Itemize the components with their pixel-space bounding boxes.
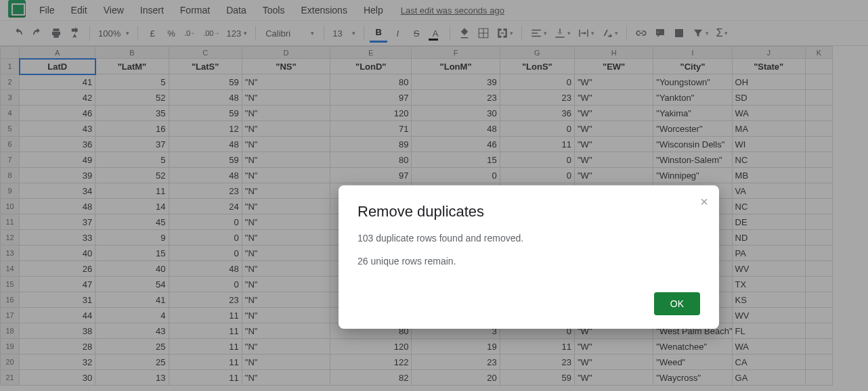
remove-duplicates-dialog: × Remove duplicates 103 duplicate rows f…: [339, 185, 719, 329]
ok-button[interactable]: OK: [654, 292, 700, 315]
dialog-message-2: 26 unique rows remain.: [357, 256, 700, 267]
dialog-message-1: 103 duplicate rows found and removed.: [357, 233, 700, 244]
close-icon[interactable]: ×: [700, 195, 708, 208]
dialog-title: Remove duplicates: [357, 203, 700, 221]
